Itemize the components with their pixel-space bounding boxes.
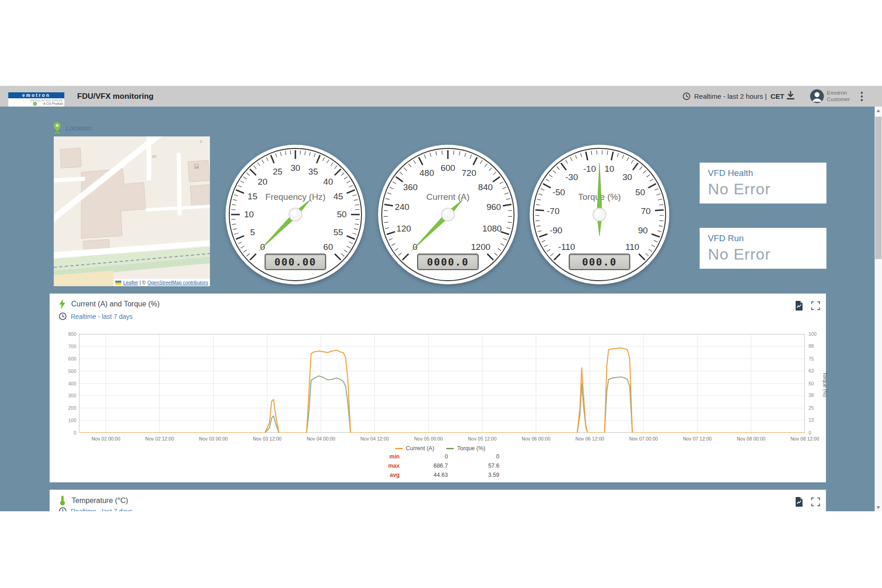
street-label: 3C xyxy=(152,154,157,158)
y-left-tick: 300 xyxy=(57,393,76,398)
y-right-tick: 0 xyxy=(808,430,822,435)
x-tick: Nov 04 12:00 xyxy=(354,436,396,441)
svg-text:70: 70 xyxy=(641,206,650,216)
y-left-tick: 800 xyxy=(57,331,76,337)
gauge-torque: -110-90-70-50-30-101030507090110Torque (… xyxy=(530,145,669,284)
gauge-current: 012024036048060072084096010801200Current… xyxy=(378,145,518,284)
map-pin-icon xyxy=(54,122,61,133)
x-tick: Nov 02 12:00 xyxy=(139,436,181,441)
stat-label: avg xyxy=(371,472,400,478)
svg-text:1200: 1200 xyxy=(471,242,490,252)
stat-value: 57.6 xyxy=(448,463,499,469)
fullscreen-button[interactable] xyxy=(811,498,820,508)
time-range-label: Realtime - last 2 hours | xyxy=(694,92,767,100)
svg-text:45: 45 xyxy=(334,192,343,201)
x-tick: Nov 08 12:00 xyxy=(784,436,825,441)
svg-text:-90: -90 xyxy=(550,226,562,235)
svg-text:-70: -70 xyxy=(547,206,560,216)
legend-label: Current (A) xyxy=(406,445,435,452)
svg-text:120: 120 xyxy=(396,224,411,233)
svg-text:-10: -10 xyxy=(583,164,596,174)
ukraine-flag-icon xyxy=(115,281,121,285)
legend-item-torque[interactable]: Torque (%) xyxy=(446,445,485,452)
chart-card-header: Current (A) and Torque (%) xyxy=(59,299,160,309)
scrollbar-up-button[interactable] xyxy=(875,107,882,114)
vfd-health-panel: VFD Health No Error xyxy=(700,163,826,204)
time-range-selector[interactable]: Realtime - last 2 hours | CET xyxy=(683,86,784,107)
page-scrollbar xyxy=(875,107,882,511)
stat-value: 0 xyxy=(400,453,448,460)
svg-text:5: 5 xyxy=(250,227,255,237)
chart-card-subtitle: Realtime - last 7 days xyxy=(59,312,133,320)
y-left-tick: 700 xyxy=(57,344,76,349)
gauge-display-current: 0000.0 xyxy=(417,254,479,270)
expand-icon xyxy=(811,301,820,310)
export-report-button[interactable] xyxy=(795,497,803,509)
right-axis-title: Torque (%) xyxy=(822,352,828,417)
stat-value: 44.63 xyxy=(400,472,448,478)
svg-text:10: 10 xyxy=(244,209,254,219)
svg-text:-50: -50 xyxy=(553,187,565,197)
file-chart-icon xyxy=(795,497,803,507)
y-right-tick: 63 xyxy=(808,368,822,373)
chart-card-title: Current (A) and Torque (%) xyxy=(71,300,160,308)
legend-item-currenta[interactable]: Current (A) xyxy=(395,445,435,452)
svg-text:480: 480 xyxy=(419,168,434,178)
temperature-card-subtitle: Realtime - last 7 days xyxy=(59,507,133,511)
emotron-logo[interactable]: emotron DEDICATED DRIVE GA CG Product xyxy=(8,92,64,107)
user-name[interactable]: Emotron Customer xyxy=(827,90,850,102)
leaflet-link[interactable]: Leaflet xyxy=(123,280,138,285)
street-label: 3 xyxy=(200,140,202,144)
lightning-icon xyxy=(59,299,66,309)
scrollbar-down-button[interactable] xyxy=(875,503,882,511)
svg-text:35: 35 xyxy=(308,167,318,176)
gauge-frequency: 051015202530354045505560Frequency (Hz)00… xyxy=(226,145,365,284)
svg-text:360: 360 xyxy=(403,182,418,192)
cg-icon: G xyxy=(33,102,37,106)
x-tick: Nov 03 00:00 xyxy=(193,436,234,441)
current-torque-card: Current (A) and Torque (%) Realtime - la… xyxy=(50,294,826,482)
temperature-card: Temperature (°C) Realtime - last 7 days xyxy=(50,490,826,511)
vfd-run-panel: VFD Run No Error xyxy=(700,228,826,269)
vfd-run-value: No Error xyxy=(708,245,770,263)
arrow-up-icon xyxy=(876,109,880,112)
location-map[interactable]: 31A3C Leaflet | © OpenStreetMap contribu… xyxy=(54,136,210,286)
series-currenta xyxy=(79,348,805,433)
arrow-down-icon xyxy=(876,506,880,509)
page-title: FDU/VFX monitoring xyxy=(77,86,153,107)
fullscreen-button[interactable] xyxy=(811,301,820,312)
map-tiles: 31A3C xyxy=(54,136,210,286)
scrollbar-thumb[interactable] xyxy=(875,117,882,259)
svg-text:40: 40 xyxy=(323,177,333,187)
location-label: Location xyxy=(54,122,92,133)
svg-text:50: 50 xyxy=(635,187,645,197)
svg-text:600: 600 xyxy=(441,163,455,173)
user-avatar[interactable] xyxy=(810,89,824,105)
svg-text:55: 55 xyxy=(334,227,343,237)
y-right-tick: 88 xyxy=(808,343,822,349)
x-tick: Nov 04 00:00 xyxy=(300,436,342,441)
stat-value: 686.7 xyxy=(400,463,448,469)
download-icon xyxy=(786,90,796,102)
x-tick: Nov 07 12:00 xyxy=(677,436,718,441)
stat-row-avg: avg44.633.59 xyxy=(371,472,509,478)
y-left-tick: 600 xyxy=(57,356,76,362)
overflow-menu-button[interactable] xyxy=(860,91,864,104)
y-right-tick: 25 xyxy=(808,405,822,411)
y-left-tick: 200 xyxy=(57,405,76,411)
series-torque xyxy=(79,376,805,433)
stat-row-min: min00 xyxy=(371,453,509,460)
screenshot-canvas: emotron DEDICATED DRIVE GA CG Product FD… xyxy=(0,0,882,588)
y-right-tick: 13 xyxy=(808,417,822,423)
download-button[interactable] xyxy=(786,90,796,104)
svg-text:1080: 1080 xyxy=(482,224,502,233)
svg-text:30: 30 xyxy=(622,172,632,182)
export-report-button[interactable] xyxy=(795,300,803,313)
svg-text:20: 20 xyxy=(258,177,267,187)
svg-text:720: 720 xyxy=(462,168,476,178)
stat-value: 3.59 xyxy=(448,472,499,478)
svg-text:30: 30 xyxy=(290,163,300,173)
y-left-tick: 500 xyxy=(57,368,76,374)
chart-plot-area[interactable] xyxy=(79,334,805,433)
osm-link[interactable]: OpenStreetMap contributors xyxy=(147,280,208,285)
